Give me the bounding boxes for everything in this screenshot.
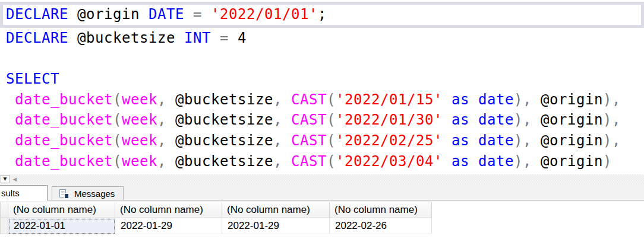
code-token-plain: [6, 111, 15, 128]
code-token-plain: [211, 30, 220, 46]
code-token-plain: [443, 132, 452, 149]
code-token-plain: [184, 6, 193, 23]
column-header[interactable]: (No column name): [8, 202, 115, 218]
table-row: 2022-01-012022-01-292022-01-292022-02-26: [0, 218, 432, 234]
code-token-plain: [469, 91, 478, 108]
code-token-plain: @bucketsize: [77, 30, 175, 46]
code-token-plain: [282, 132, 291, 149]
tabs-row: sults Messages: [0, 185, 124, 200]
code-token-function: date_bucket: [15, 111, 113, 128]
code-token-string: '2022/03/04': [336, 153, 443, 170]
code-token-operator: ,: [273, 153, 282, 170]
code-token-plain: [166, 91, 175, 108]
grid-cell[interactable]: 2022-02-26: [330, 218, 432, 234]
code-token-operator: ): [514, 153, 523, 170]
scrollbar-track[interactable]: [20, 174, 644, 184]
code-token-plain: [166, 111, 175, 128]
code-token-keyword: as: [452, 153, 469, 170]
code-token-plain: [6, 91, 15, 108]
code-line: DECLARE @bucketsize INT = 4: [0, 28, 644, 49]
code-token-operator: ): [603, 132, 612, 149]
code-token-plain: ;: [318, 6, 327, 23]
code-token-operator: ): [603, 111, 612, 128]
code-token-plain: [469, 153, 478, 170]
code-line: SELECT: [0, 69, 644, 90]
grid-cell[interactable]: 2022-01-01: [8, 218, 115, 234]
code-token-plain: [469, 132, 478, 149]
editor-horizontal-scrollbar[interactable]: ▼ ◄: [0, 174, 644, 184]
tab-label: sults: [1, 188, 20, 198]
code-token-function: week: [122, 153, 157, 170]
code-token-operator: ,: [157, 153, 166, 170]
code-token-function: week: [122, 132, 157, 149]
code-token-plain: [282, 153, 291, 170]
column-header[interactable]: (No column name): [115, 202, 222, 218]
code-token-function: date_bucket: [15, 153, 113, 170]
code-token-plain: [443, 91, 452, 108]
tab-messages[interactable]: Messages: [52, 186, 124, 200]
code-token-plain: [282, 91, 291, 108]
code-token-plain: [140, 6, 149, 23]
code-token-plain: @bucketsize: [175, 132, 273, 149]
code-token-function: week: [122, 111, 157, 128]
code-token-plain: @origin: [77, 6, 140, 23]
code-token-operator: ,: [157, 132, 166, 149]
code-line-current: DECLARE @origin DATE = '2022/01/01';: [0, 2, 644, 28]
grid-cell[interactable]: 2022-01-29: [222, 218, 330, 234]
grid-header-row: (No column name)(No column name)(No colu…: [0, 202, 432, 218]
grid-cell[interactable]: 2022-01-29: [115, 218, 222, 234]
tab-results[interactable]: sults: [0, 185, 48, 200]
code-token-keyword: as: [452, 91, 469, 108]
grid-corner-cell[interactable]: [0, 202, 8, 218]
code-token-plain: @bucketsize: [175, 153, 273, 170]
code-token-function: CAST: [291, 132, 327, 149]
code-token-plain: [443, 153, 452, 170]
code-token-operator: ,: [523, 153, 532, 170]
column-header[interactable]: (No column name): [222, 202, 330, 218]
code-token-plain: [469, 111, 478, 128]
code-token-operator: ,: [273, 91, 282, 108]
code-token-function: CAST: [291, 111, 327, 128]
code-line: date_bucket(week, @bucketsize, CAST('202…: [0, 130, 644, 151]
code-token-keyword: date: [478, 132, 514, 149]
code-token-keyword: DECLARE: [6, 6, 68, 23]
code-token-keyword: date: [478, 111, 514, 128]
code-token-operator: (: [113, 132, 122, 149]
code-token-operator: ,: [157, 91, 166, 108]
ssms-query-window: DECLARE @origin DATE = '2022/01/01';DECL…: [0, 0, 644, 239]
code-token-plain: @origin: [541, 111, 603, 128]
code-token-operator: =: [193, 6, 202, 23]
code-token-function: CAST: [291, 91, 327, 108]
tabstrip-divider: [0, 200, 644, 200]
code-token-operator: ): [514, 111, 523, 128]
row-header[interactable]: [0, 218, 8, 234]
code-token-operator: ,: [273, 132, 282, 149]
splitter-dropdown-button[interactable]: ▼: [1, 175, 10, 183]
sql-editor[interactable]: DECLARE @origin DATE = '2022/01/01';DECL…: [0, 0, 644, 174]
code-token-operator: ,: [157, 111, 166, 128]
chevron-left-icon: ◄: [12, 176, 18, 183]
code-token-keyword: date: [478, 153, 514, 170]
code-token-plain: [282, 111, 291, 128]
code-token-plain: [175, 30, 184, 46]
code-token-function: CAST: [291, 153, 327, 170]
scroll-left-button[interactable]: ◄: [10, 174, 20, 184]
code-token-function: date_bucket: [15, 132, 113, 149]
code-token-operator: ): [603, 91, 612, 108]
code-token-string: '2022/01/15': [336, 91, 443, 108]
code-token-plain: @bucketsize: [175, 91, 273, 108]
column-header[interactable]: (No column name): [330, 202, 432, 218]
code-token-operator: ,: [612, 111, 621, 128]
code-token-keyword: DECLARE: [6, 30, 68, 46]
code-token-operator: (: [327, 111, 336, 128]
code-token-keyword: INT: [184, 30, 211, 46]
code-token-operator: ): [514, 132, 523, 149]
code-token-plain: [443, 111, 452, 128]
code-token-operator: (: [327, 153, 336, 170]
code-token-function: date_bucket: [15, 91, 113, 108]
code-token-keyword: date: [478, 91, 514, 108]
messages-icon: [59, 189, 69, 199]
code-token-plain: @origin: [541, 153, 603, 170]
code-token-operator: (: [327, 91, 336, 108]
code-token-operator: (: [327, 132, 336, 149]
